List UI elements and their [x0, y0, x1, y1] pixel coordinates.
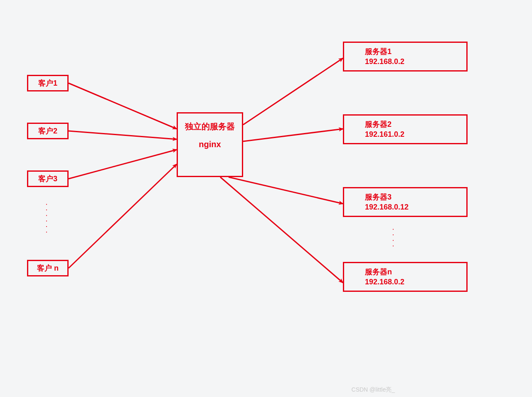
arrow	[220, 177, 343, 283]
arrow	[69, 164, 177, 268]
client-box: 客户3	[27, 170, 69, 187]
client-box: 客户 n	[27, 260, 69, 276]
server-name: 服务器n	[365, 267, 466, 277]
ellipsis-icon: ......	[45, 204, 51, 237]
arrow	[69, 83, 177, 129]
watermark: CSDN @little亮_	[352, 386, 395, 394]
arrow	[69, 150, 177, 179]
arrow	[69, 131, 177, 139]
client-label: 客户2	[38, 126, 57, 136]
arrow	[229, 177, 343, 204]
server-box: 服务器3 192.168.0.12	[343, 187, 468, 217]
client-label: 客户3	[38, 174, 57, 184]
ellipsis-icon: ....	[392, 229, 397, 251]
client-label: 客户1	[38, 78, 57, 88]
center-sub: nginx	[199, 140, 221, 149]
server-ip: 192.161.0.2	[365, 129, 466, 139]
server-name: 服务器3	[365, 192, 466, 202]
center-title: 独立的服务器	[185, 121, 235, 132]
client-label: 客户 n	[37, 263, 59, 273]
client-box: 客户1	[27, 75, 69, 91]
server-ip: 192.168.0.2	[365, 57, 466, 67]
server-ip: 192.168.0.12	[365, 202, 466, 212]
server-box: 服务器n 192.168.0.2	[343, 262, 468, 292]
client-box: 客户2	[27, 123, 69, 139]
arrow	[243, 129, 343, 141]
arrow	[243, 58, 343, 125]
server-name: 服务器1	[365, 47, 466, 57]
server-box: 服务器2 192.161.0.2	[343, 114, 468, 144]
nginx-box: 独立的服务器 nginx	[177, 112, 243, 177]
server-ip: 192.168.0.2	[365, 277, 466, 287]
server-box: 服务器1 192.168.0.2	[343, 42, 468, 72]
server-name: 服务器2	[365, 119, 466, 129]
